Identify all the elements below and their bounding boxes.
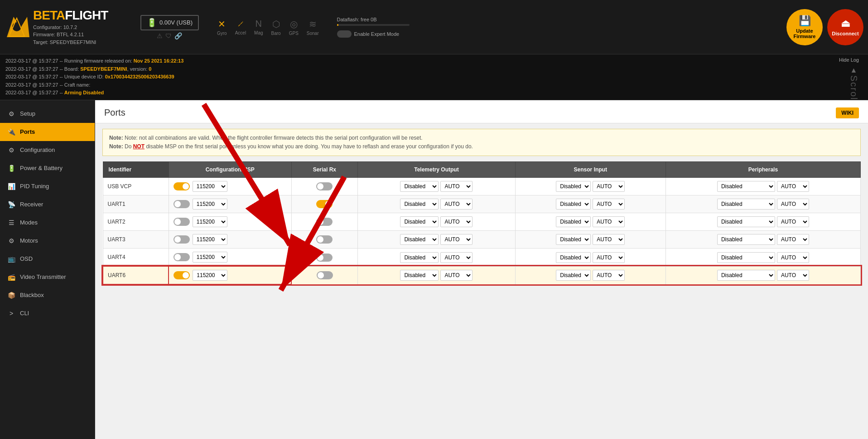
sidebar-item-ports-label: Ports bbox=[20, 128, 35, 135]
sidebar-item-osd-label: OSD bbox=[20, 255, 33, 262]
sidebar-item-receiver-label: Receiver bbox=[20, 201, 43, 208]
page-title: Ports bbox=[104, 107, 125, 118]
motors-icon: ⚙ bbox=[7, 237, 15, 244]
port-config-msp: 9600192003840057600115200230400250000500… bbox=[169, 178, 291, 195]
toggle-switch[interactable] bbox=[174, 253, 190, 261]
sidebar-item-setup[interactable]: ⚙ Setup bbox=[0, 105, 95, 123]
expert-mode-label: Enable Expert Mode bbox=[354, 31, 400, 37]
port-sensor: DisabledGPSSONARAUTO96001920038400576001… bbox=[515, 231, 665, 249]
port-sensor: DisabledGPSSONARAUTO96001920038400576001… bbox=[515, 249, 665, 267]
toggle-switch[interactable] bbox=[174, 271, 190, 279]
note-not: NOT bbox=[133, 143, 145, 150]
sensor-sonar: ≋ Sonar bbox=[307, 19, 319, 36]
log-line-3: 2022-03-17 @ 15:37:27 -- Unique device I… bbox=[5, 73, 863, 81]
log-line-1: 2022-03-17 @ 15:37:27 -- Running firmwar… bbox=[5, 57, 863, 65]
sidebar-item-cli[interactable]: > CLI bbox=[0, 304, 95, 322]
port-telemetry: DisabledFrSkySmartPortLTMMAVLinkIbusAUTO… bbox=[358, 178, 516, 195]
blackbox-icon: 📦 bbox=[7, 292, 15, 299]
sidebar-item-pid-tuning[interactable]: 📊 PID Tuning bbox=[0, 177, 95, 195]
sensor-gps: ◎ GPS bbox=[289, 19, 299, 36]
update-firmware-icon: 💾 bbox=[799, 15, 811, 27]
gyro-icon: ✕ bbox=[218, 19, 226, 29]
dataflash-label: Dataflash: free 0B bbox=[337, 17, 410, 22]
col-config-msp: Configuration/MSP bbox=[169, 162, 291, 178]
port-config-msp: 9600192003840057600115200230400250000500… bbox=[169, 231, 291, 249]
expert-mode-toggle[interactable] bbox=[337, 30, 352, 38]
cli-icon: > bbox=[7, 310, 15, 317]
setup-icon: ⚙ bbox=[7, 110, 15, 117]
table-row: UART296001920038400576001152002304002500… bbox=[103, 213, 861, 231]
port-identifier: UART2 bbox=[103, 213, 169, 231]
toggle-switch[interactable] bbox=[174, 235, 190, 244]
sidebar: ⚙ Setup 🔌 Ports ⚙ Configuration 🔋 Power … bbox=[0, 100, 95, 439]
shield-icon: 🛡 bbox=[165, 32, 172, 39]
col-telemetry: Telemetry Output bbox=[358, 162, 516, 178]
gps-icon: ◎ bbox=[290, 19, 298, 29]
port-identifier: USB VCP bbox=[103, 178, 169, 195]
logo-flight: FLIGHT bbox=[65, 8, 108, 23]
sidebar-item-configuration[interactable]: ⚙ Configuration bbox=[0, 141, 95, 159]
page-header: Ports WIKI bbox=[95, 100, 868, 123]
log-area: 2022-03-17 @ 15:37:27 -- Running firmwar… bbox=[0, 54, 868, 100]
toggle-switch[interactable] bbox=[316, 254, 333, 262]
table-row: UART196001920038400576001152002304002500… bbox=[103, 195, 861, 213]
sidebar-item-osd[interactable]: 📺 OSD bbox=[0, 250, 95, 268]
main-layout: ⚙ Setup 🔌 Ports ⚙ Configuration 🔋 Power … bbox=[0, 100, 868, 439]
scroll-up-arrow[interactable]: ▲ bbox=[850, 66, 858, 74]
toggle-switch[interactable] bbox=[174, 200, 190, 208]
ports-icon: 🔌 bbox=[7, 128, 15, 136]
port-serial-rx bbox=[291, 195, 358, 213]
toggle-switch[interactable] bbox=[317, 271, 333, 279]
sidebar-item-motors[interactable]: ⚙ Motors bbox=[0, 232, 95, 250]
toggle-switch[interactable] bbox=[316, 200, 333, 208]
port-telemetry: DisabledFrSkySmartPortLTMMAVLinkIbusAUTO… bbox=[358, 213, 516, 231]
sidebar-item-video-transmitter[interactable]: 📻 Video Transmitter bbox=[0, 268, 95, 286]
port-peripherals: DisabledVTX (SmartAudio)VTX (IRC Tramp)E… bbox=[665, 213, 860, 231]
port-peripherals: DisabledVTX (SmartAudio)VTX (IRC Tramp)E… bbox=[665, 178, 860, 195]
mag-icon: N bbox=[256, 19, 262, 29]
log-line-4: 2022-03-17 @ 15:37:27 -- Craft name: bbox=[5, 81, 863, 89]
port-peripherals: DisabledVTX (SmartAudio)VTX (IRC Tramp)E… bbox=[665, 249, 860, 267]
sidebar-item-ports[interactable]: 🔌 Ports bbox=[0, 123, 95, 141]
sidebar-item-configuration-label: Configuration bbox=[20, 146, 55, 153]
dataflash-area: Dataflash: free 0B Enable Expert Mode bbox=[337, 17, 410, 38]
sidebar-item-blackbox[interactable]: 📦 Blackbox bbox=[0, 286, 95, 304]
port-peripherals: DisabledVTX (SmartAudio)VTX (IRC Tramp)E… bbox=[665, 195, 860, 213]
hide-log-button[interactable]: Hide Log bbox=[839, 57, 859, 63]
expert-mode-row: Enable Expert Mode bbox=[337, 30, 410, 38]
toggle-switch[interactable] bbox=[174, 218, 190, 226]
toggle-switch[interactable] bbox=[316, 182, 333, 190]
sonar-icon: ≋ bbox=[309, 19, 317, 29]
toggle-switch[interactable] bbox=[316, 218, 333, 226]
disconnect-button[interactable]: ⏏ Disconnect bbox=[827, 9, 863, 45]
toggle-switch[interactable] bbox=[174, 182, 190, 190]
sidebar-item-receiver[interactable]: 📡 Receiver bbox=[0, 195, 95, 214]
sensor-gyro: ✕ Gyro bbox=[217, 19, 227, 36]
port-serial-rx bbox=[291, 178, 358, 195]
video-transmitter-icon: 📻 bbox=[7, 273, 15, 281]
sidebar-item-power-battery[interactable]: 🔋 Power & Battery bbox=[0, 159, 95, 177]
sidebar-item-modes-label: Modes bbox=[20, 219, 38, 226]
disconnect-icon: ⏏ bbox=[841, 18, 850, 29]
sensors-area: ✕ Gyro ⟋ Accel N Mag ⬡ Baro ◎ GPS ≋ Sona… bbox=[217, 19, 319, 36]
warning-icon: ⚠ bbox=[157, 32, 163, 39]
port-config-msp: 9600192003840057600115200230400250000500… bbox=[169, 195, 291, 213]
topbar-right: 💾 Update Firmware ⏏ Disconnect bbox=[786, 9, 863, 45]
link-icon: 🔗 bbox=[174, 32, 182, 39]
wiki-button[interactable]: WIKI bbox=[836, 107, 859, 118]
disconnect-label: Disconnect bbox=[832, 31, 858, 36]
note-line-1: Note: Note: not all combinations are val… bbox=[109, 134, 854, 142]
log-line-2: 2022-03-17 @ 15:37:27 -- Board: SPEEDYBE… bbox=[5, 65, 863, 73]
sidebar-item-cli-label: CLI bbox=[20, 310, 29, 317]
sidebar-item-video-transmitter-label: Video Transmitter bbox=[20, 273, 66, 280]
content-area: Ports WIKI Note: Note: not all combinati… bbox=[95, 100, 868, 439]
modes-icon: ☰ bbox=[7, 219, 15, 226]
port-serial-rx bbox=[291, 249, 358, 267]
scroll-label: Scroll bbox=[849, 75, 859, 103]
sidebar-item-modes[interactable]: ☰ Modes bbox=[0, 214, 95, 232]
toggle-switch[interactable] bbox=[316, 235, 333, 244]
update-firmware-button[interactable]: 💾 Update Firmware bbox=[786, 9, 823, 45]
port-serial-rx bbox=[291, 213, 358, 231]
table-row: USB VCP960019200384005760011520023040025… bbox=[103, 178, 861, 195]
log-line-5: 2022-03-17 @ 15:37:27 -- Arming Disabled bbox=[5, 89, 863, 97]
